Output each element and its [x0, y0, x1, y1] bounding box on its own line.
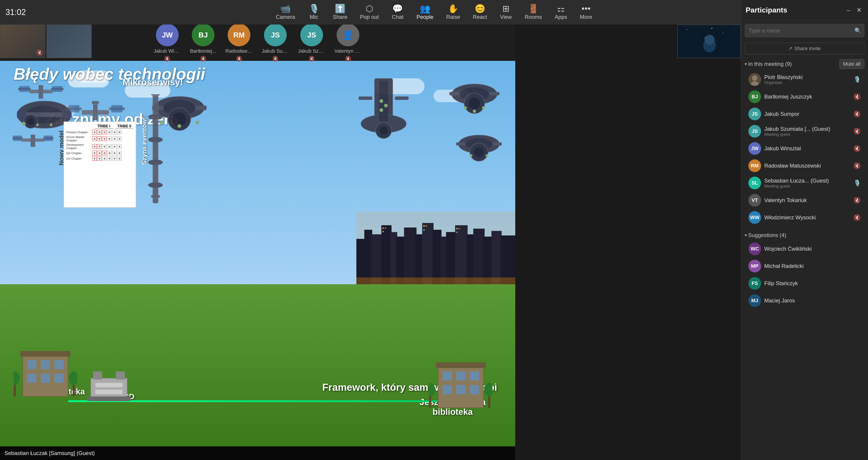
bartlomiej-info: Bartłomiej Juszczyk: [764, 94, 850, 100]
svg-rect-90: [404, 227, 416, 284]
svg-point-47: [473, 110, 476, 113]
svg-point-10: [705, 35, 715, 45]
svg-rect-93: [432, 230, 441, 284]
participant-item-piotr[interactable]: Piotr Błaszyński Organizer 🎙️: [745, 71, 864, 88]
grid-cells-4: ⚙ ⚙ ⚙ ⚙ ⚙ ⚙: [92, 151, 133, 155]
participant-item-wlodzimierz[interactable]: WW Włodzimierz Wysocki 🔇: [745, 209, 864, 226]
svg-point-37: [379, 108, 383, 112]
valentyn-mic-icon: 🔇: [854, 197, 861, 204]
share-invite-icon: ↗: [788, 45, 793, 52]
share-invite-button[interactable]: ↗ Share invite: [745, 43, 864, 55]
mic-js2: 🔇: [309, 56, 315, 62]
cityscape-svg: [356, 212, 515, 284]
react-icon: 😊: [475, 4, 485, 13]
svg-rect-115: [55, 360, 64, 369]
svg-rect-85: [364, 230, 372, 284]
grid-cell: ⚙: [107, 156, 112, 161]
participant-item-jakub-winsztal[interactable]: JW Jakub Winsztal 🔇: [745, 140, 864, 157]
svg-rect-63: [92, 101, 99, 104]
svg-rect-106: [426, 225, 427, 226]
raise-button[interactable]: ✋ Raise: [440, 2, 466, 22]
video-thumb-topright-inner: [678, 25, 740, 58]
grid-cell: ⚙: [102, 151, 107, 155]
participant-item-bartlomiej[interactable]: BJ Bartłomiej Juszczyk 🔇: [745, 88, 864, 105]
iss-3: [12, 133, 53, 149]
suggestion-item-michal[interactable]: MP Michał Radelicki: [745, 257, 864, 275]
panel-minimize-button[interactable]: –: [845, 6, 852, 15]
svg-point-43: [469, 98, 480, 109]
mic-bj: 🔇: [200, 56, 206, 62]
avatar-vt: 👤: [337, 24, 359, 46]
tower-structure: [146, 94, 164, 208]
avatar-wlodzimierz: WW: [748, 211, 761, 224]
grid-cell: ⚙: [92, 130, 97, 134]
svg-rect-129: [456, 385, 465, 394]
grid-cell: ⚙: [92, 156, 97, 161]
jakub-winsztal-mic-icon: 🔇: [854, 145, 861, 152]
participant-item-jakub-sumpor[interactable]: JS Jakub Sumpor 🔇: [745, 105, 864, 123]
rooms-button[interactable]: 🚪 Rooms: [519, 2, 549, 22]
search-icon[interactable]: 🔍: [855, 28, 861, 34]
grid-row-label-5: UX Chapter: [66, 157, 91, 160]
avatar-michal: MP: [748, 260, 761, 272]
participant-item-valentyn[interactable]: VT Valentyn Tokariuk 🔇: [745, 192, 864, 209]
chat-button[interactable]: 💬 Chat: [385, 2, 410, 22]
grid-cell: ⚙: [102, 144, 107, 149]
participant-item-sebastian[interactable]: SL Sebastian Łucza... (Guest) Meeting gu…: [745, 174, 864, 192]
people-button[interactable]: 👥 People: [410, 2, 440, 22]
mute-all-button[interactable]: Mute all: [839, 59, 864, 69]
avatar-js1: JS: [264, 24, 287, 46]
participant-item-jakub-szumiata[interactable]: JS Jakub Szumiata [... (Guest) Meeting g…: [745, 123, 864, 140]
svg-rect-110: [456, 232, 458, 233]
react-button[interactable]: 😊 React: [466, 2, 493, 22]
svg-point-3: [711, 28, 712, 29]
wojciech-info: Wojciech Ćwikliński: [764, 246, 861, 252]
svg-rect-86: [371, 234, 382, 284]
avatar-js2: JS: [300, 24, 323, 46]
popout-button[interactable]: ⬡ Pop out: [354, 2, 385, 22]
suggestion-item-maciej[interactable]: MJ Maciej Jaros: [745, 292, 864, 309]
view-button[interactable]: ⊞ View: [493, 2, 519, 22]
avatar-name-rm: Radosław ...: [225, 48, 253, 54]
suggestions-section-title[interactable]: ▾ Suggestions (4): [745, 232, 786, 238]
status-bar: Sebastian Łuczak [Samsung] (Guest): [0, 447, 515, 460]
valentyn-name: Valentyn Tokariuk: [764, 197, 850, 204]
time-display: 31:02: [5, 7, 26, 17]
bartlomiej-name: Bartłomiej Juszczyk: [764, 94, 850, 100]
piotr-mic-icon: 🎙️: [854, 76, 861, 83]
avatar-name-js2: Jakub Szu...: [298, 48, 325, 54]
wojciech-name: Wojciech Ćwikliński: [764, 246, 861, 252]
participant-item-radoslaw[interactable]: RM Radosław Matuszewski 🔇: [745, 157, 864, 174]
svg-point-123: [69, 371, 77, 385]
camera-button[interactable]: 📹 Camera: [270, 2, 302, 22]
raise-icon: ✋: [448, 4, 459, 13]
svg-rect-61: [68, 105, 80, 113]
grid-row-1: Product Chapter ⚙ ⚙ ⚙ ⚙ ⚙ ⚙: [66, 130, 133, 134]
in-meeting-section-title[interactable]: ▾ In this meeting (9): [745, 61, 792, 67]
svg-rect-141: [87, 396, 130, 401]
suggestion-item-wojciech[interactable]: WC Wojciech Ćwikliński: [745, 240, 864, 257]
suggestion-item-filip[interactable]: FS Filip Stańczyk: [745, 275, 864, 292]
grid-cells-3: ⚙ ⚙ ⚙ ⚙ ⚙ ⚙: [92, 144, 133, 149]
svg-point-8: [716, 41, 717, 41]
camera-icon: 📹: [280, 4, 291, 13]
search-input[interactable]: [745, 24, 864, 37]
iss-2: [18, 83, 64, 101]
mic-jw: 🔇: [164, 56, 170, 62]
svg-rect-113: [27, 360, 36, 369]
panel-close-button[interactable]: ✕: [855, 5, 864, 15]
svg-rect-100: [491, 231, 502, 284]
svg-point-121: [13, 371, 20, 385]
raise-label: Raise: [446, 14, 460, 20]
avatar-bj: BJ: [192, 24, 215, 46]
rooms-label: Rooms: [525, 14, 542, 20]
search-box: 🔍: [745, 24, 864, 37]
svg-point-20: [50, 124, 53, 126]
grid-row-label-3: Development Chapter: [66, 143, 91, 150]
grid-row-4: QA Chapter ⚙ ⚙ ⚙ ⚙ ⚙ ⚙: [66, 151, 133, 155]
apps-button[interactable]: ⚏ Apps: [549, 2, 574, 22]
more-button[interactable]: ••• More: [574, 2, 598, 22]
share-button[interactable]: ⬆️ Share: [327, 2, 354, 22]
mic-button[interactable]: 🎙️ Mic: [302, 2, 327, 22]
svg-rect-101: [500, 236, 515, 284]
